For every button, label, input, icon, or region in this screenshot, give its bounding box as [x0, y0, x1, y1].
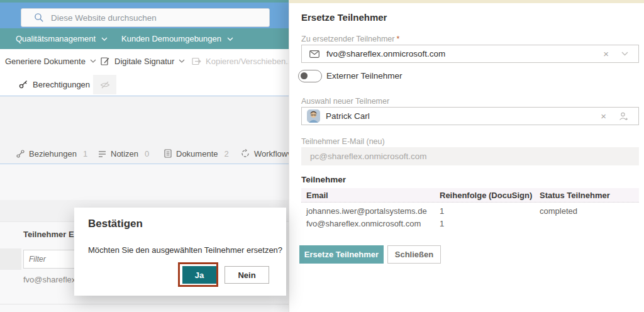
chevron-down-icon[interactable]	[621, 52, 628, 56]
new-participant-value: Patrick Carl	[326, 111, 370, 121]
external-participant-toggle[interactable]	[298, 70, 322, 82]
field-label-new-email: Teilnehmer E-Mail (neu)	[301, 137, 385, 146]
generate-documents-button[interactable]: Generiere Dokumente	[5, 49, 96, 73]
button-label: Berechtigungen	[33, 80, 90, 89]
label-text: Zu ersetzender Teilnehmer	[301, 35, 394, 43]
old-participant-field[interactable]: fvo@shareflex.onmicrosoft.com ×	[301, 45, 639, 63]
tab-workflowverlauf[interactable]: Workflowv	[241, 143, 289, 164]
clear-icon[interactable]: ×	[603, 49, 609, 58]
dialog-title: Bestätigen	[88, 218, 143, 230]
cell-order: 1	[440, 219, 540, 228]
person-add-icon[interactable]	[619, 112, 628, 121]
copy-move-button: Kopieren/Verschieben...	[192, 49, 289, 73]
nav-item-label: Kunden Demoumgebungen	[121, 34, 221, 43]
chevron-down-icon	[101, 37, 108, 41]
cell-email: johannes.iwer@portalsystems.de	[301, 206, 440, 216]
sync-icon	[241, 149, 250, 158]
eye-slash-icon	[100, 81, 110, 89]
site-nav-bar: Qualitätsmanagement Kunden Demoumgebunge…	[0, 28, 289, 49]
column-header: Teilnehmer En	[23, 230, 79, 239]
signature-icon	[101, 57, 110, 66]
table-header-row: Email Reihenfolge (DocuSign) Status Teil…	[301, 188, 639, 203]
replace-participant-panel: Ersetze Teilnehmer Zu ersetzender Teilne…	[289, 0, 644, 312]
copy-move-icon	[192, 57, 201, 65]
tab-dokumente[interactable]: Dokumente 2	[164, 143, 229, 164]
tab-label: Notizen	[111, 149, 138, 159]
toggle-visibility-button[interactable]	[93, 75, 116, 94]
participants-table: Email Reihenfolge (DocuSign) Status Teil…	[301, 188, 639, 230]
tab-label: Dokumente	[176, 149, 218, 159]
field-label-new-participant: Auswahl neuer Teilnemer	[301, 97, 389, 106]
notes-icon	[98, 150, 106, 157]
new-participant-field[interactable]: Patrick Carl ×	[301, 107, 639, 125]
tab-count: 1	[83, 149, 87, 159]
confirm-dialog: Bestätigen Möchten Sie den ausgewählten …	[74, 208, 286, 296]
tab-label: Beziehungen	[29, 149, 77, 159]
replace-participant-button[interactable]: Ersetze Teilnehmer	[299, 245, 384, 264]
clear-icon[interactable]: ×	[601, 111, 606, 121]
button-label: Generiere Dokumente	[5, 57, 86, 66]
tab-beziehungen[interactable]: Beziehungen 1	[16, 143, 87, 164]
document-icon	[164, 149, 172, 158]
old-participant-value: fvo@shareflex.onmicrosoft.com	[326, 49, 445, 58]
new-email-field: pc@shareflex.onmicrosoft.com	[301, 147, 639, 165]
digital-signature-button[interactable]: Digitale Signatur	[101, 49, 185, 73]
column-header-email: Email	[301, 191, 440, 200]
button-label: Digitale Signatur	[114, 57, 174, 66]
nav-item-qualitaetsmanagement[interactable]: Qualitätsmanagement	[16, 28, 108, 49]
row-selector-cell[interactable]	[0, 248, 21, 270]
cell-status: completed	[540, 206, 639, 216]
search-icon	[34, 13, 44, 23]
participants-section-title: Teilnehmer	[301, 175, 346, 184]
app-screen: Diese Website durchsuchen Qualitätsmanag…	[0, 0, 644, 312]
record-header-area: 170D	[0, 164, 289, 200]
search-input[interactable]: Diese Website durchsuchen	[21, 8, 270, 27]
content-spacer	[0, 96, 289, 143]
record-tabs: Beziehungen 1 Notizen 0 Dokumente 2 Work…	[0, 143, 289, 164]
cell-email: fvo@shareflex.onmicrosoft.com	[301, 219, 440, 228]
close-button[interactable]: Schließen	[387, 245, 441, 264]
table-row[interactable]: fvo@shareflex.onmicrosoft.com 1	[301, 217, 639, 230]
panel-title: Ersetze Teilnehmer	[301, 12, 387, 23]
yes-button-highlight	[178, 262, 218, 287]
new-email-value: pc@shareflex.onmicrosoft.com	[310, 152, 427, 161]
column-header-status: Status Teilnehmer	[540, 191, 639, 200]
chevron-down-icon	[179, 59, 185, 63]
no-button[interactable]: Nein	[225, 266, 269, 284]
nav-item-kunden-demoumgebungen[interactable]: Kunden Demoumgebungen	[121, 28, 233, 49]
cell-order: 1	[440, 206, 540, 216]
nav-item-label: Qualitätsmanagement	[16, 34, 96, 43]
chevron-down-icon	[227, 37, 233, 41]
secondary-toolbar: Berechtigungen	[0, 73, 289, 96]
required-mark: *	[396, 35, 399, 43]
filter-input[interactable]	[23, 250, 82, 269]
chevron-down-icon	[90, 59, 96, 63]
field-label-old-participant: Zu ersetzender Teilnehmer*	[301, 35, 399, 43]
toggle-label: Externer Teilnehmer	[326, 71, 402, 81]
tab-label: Workflowv	[254, 149, 289, 159]
link-icon	[16, 150, 25, 158]
column-header-order: Reihenfolge (DocuSign)	[440, 191, 540, 200]
command-toolbar: Generiere Dokumente Digitale Signatur Ko…	[0, 49, 289, 73]
dialog-message: Möchten Sie den ausgewählten Teilnehmer …	[88, 245, 282, 255]
permissions-button[interactable]: Berechtigungen	[19, 73, 90, 96]
search-placeholder: Diese Website durchsuchen	[51, 13, 157, 23]
search-header-bar: Diese Website durchsuchen	[0, 3, 289, 28]
row-divider	[0, 304, 289, 304]
tab-notizen[interactable]: Notizen 0	[98, 143, 149, 164]
avatar	[307, 109, 320, 123]
tab-count: 2	[224, 149, 228, 159]
key-icon	[19, 80, 28, 89]
table-row[interactable]: johannes.iwer@portalsystems.de 1 complet…	[301, 204, 639, 217]
tab-count: 0	[145, 149, 149, 159]
button-label: Kopieren/Verschieben...	[206, 57, 289, 66]
panel-top-strip	[289, 0, 644, 3]
toggle-knob	[301, 72, 308, 79]
envelope-icon	[309, 50, 319, 58]
